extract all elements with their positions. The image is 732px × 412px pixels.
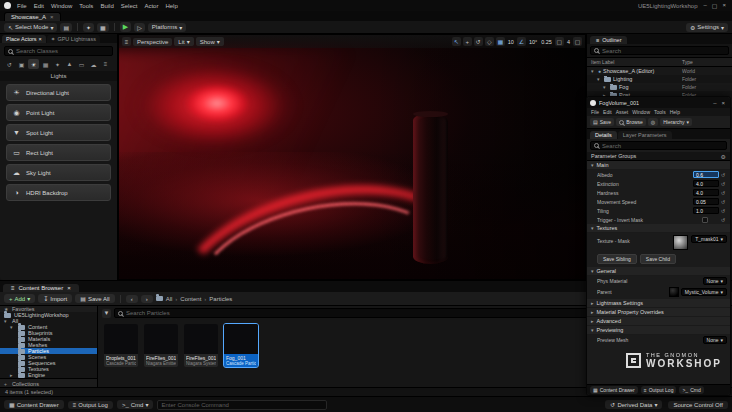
parent-material-thumbnail[interactable]: [669, 287, 679, 297]
output-log-button[interactable]: ≡ Output Log: [68, 401, 113, 409]
reset-to-default-icon[interactable]: ↺: [719, 190, 727, 196]
select-tool-icon[interactable]: ↖: [452, 37, 461, 46]
category-lights-icon[interactable]: ☀: [28, 59, 39, 69]
scale-tool-icon[interactable]: ◇: [485, 37, 494, 46]
chevron-down-icon[interactable]: ▾: [603, 84, 608, 90]
list-item-point-light[interactable]: ◉ Point Light: [6, 104, 111, 121]
cmd-dropdown[interactable]: >_ Cmd: [679, 386, 703, 394]
menu-edit[interactable]: Edit: [603, 109, 612, 115]
section-previewing[interactable]: ▾ Previewing: [587, 326, 730, 335]
select-mode-dropdown[interactable]: ↖ Select Mode ▾: [4, 23, 57, 32]
menu-file[interactable]: File: [591, 109, 599, 115]
maximize-icon[interactable]: ▢: [712, 2, 718, 9]
minimize-icon[interactable]: –: [703, 2, 706, 9]
category-visual-effects-icon[interactable]: ☁: [88, 59, 99, 69]
reset-to-default-icon[interactable]: ↺: [719, 199, 727, 205]
filter-icon[interactable]: ▼: [102, 309, 111, 318]
perspective-dropdown[interactable]: Perspective: [133, 38, 172, 46]
reset-to-default-icon[interactable]: ↺: [719, 217, 727, 223]
output-log-button[interactable]: ≡ Output Log: [641, 386, 677, 394]
browse-button[interactable]: Browse: [616, 118, 646, 126]
category-recent-icon[interactable]: ↺: [4, 59, 15, 69]
menu-window[interactable]: Window: [632, 109, 650, 115]
texture-asset-dropdown[interactable]: T_mask01 ▾: [691, 235, 727, 243]
modes-button[interactable]: ✦: [83, 23, 94, 32]
tab-outliner[interactable]: ≡ Outliner: [590, 36, 627, 44]
minimize-icon[interactable]: –: [713, 100, 716, 106]
content-drawer-button[interactable]: ▦ Content Drawer: [4, 400, 64, 409]
save-button[interactable]: ▤ Save: [590, 118, 614, 126]
breadcrumb-all[interactable]: All: [166, 296, 173, 302]
param-value-input[interactable]: 0.05: [693, 198, 719, 205]
category-basic-icon[interactable]: ▣: [16, 59, 27, 69]
console-command-input[interactable]: [161, 402, 323, 408]
param-value-input[interactable]: 4.0: [693, 189, 719, 196]
breadcrumb-particles[interactable]: Particles: [209, 296, 232, 302]
outliner-search-input[interactable]: [602, 48, 725, 54]
section-main[interactable]: ▾ Main: [587, 161, 730, 170]
back-button[interactable]: ‹: [126, 295, 138, 303]
tab-details[interactable]: Details: [590, 131, 617, 139]
close-icon[interactable]: ×: [67, 285, 71, 291]
close-icon[interactable]: ×: [39, 36, 42, 42]
asset-tile-droplets[interactable]: Droplets_001 Cascade Particle Syste: [104, 324, 138, 367]
platforms-dropdown[interactable]: Platforms ▾: [148, 23, 186, 32]
list-item-hdri-backdrop[interactable]: ◑ HDRI Backdrop: [6, 184, 111, 201]
preview-mesh-dropdown[interactable]: None ▾: [703, 336, 727, 344]
param-checkbox[interactable]: [702, 217, 708, 223]
category-geometry-icon[interactable]: ▲: [64, 59, 75, 69]
chevron-down-icon[interactable]: ▾: [591, 68, 596, 74]
menu-asset[interactable]: Asset: [616, 109, 629, 115]
menu-file[interactable]: File: [17, 3, 27, 9]
rotation-snap-value[interactable]: 10°: [528, 39, 538, 45]
parent-material-dropdown[interactable]: Mystic_Volume ▾: [681, 288, 727, 296]
gear-icon[interactable]: ⚙: [721, 153, 726, 160]
save-child-button[interactable]: Save Child: [640, 254, 676, 264]
maximize-viewport-icon[interactable]: ▢: [573, 37, 582, 46]
close-icon[interactable]: ×: [721, 100, 725, 106]
tab-gpu-lightmass[interactable]: ✦ GPU Lightmass: [47, 35, 100, 43]
category-volumes-icon[interactable]: ▭: [76, 59, 87, 69]
chevron-down-icon[interactable]: ▾: [597, 76, 602, 82]
tab-layer-parameters[interactable]: Layer Parameters: [618, 131, 672, 139]
skip-button[interactable]: ▷: [134, 23, 145, 32]
list-item-directional-light[interactable]: ☀ Directional Light: [6, 84, 111, 101]
reset-to-default-icon[interactable]: ↺: [719, 208, 727, 214]
phys-material-dropdown[interactable]: None ▾: [703, 277, 727, 285]
close-icon[interactable]: ×: [722, 2, 726, 9]
derived-data-dropdown[interactable]: ↺ Derived Data ▾: [605, 400, 662, 409]
import-button[interactable]: ↧ Import: [38, 294, 72, 303]
reset-to-default-icon[interactable]: ↺: [719, 172, 727, 178]
menu-window[interactable]: Window: [51, 3, 72, 9]
menu-actor[interactable]: Actor: [144, 3, 158, 9]
add-button[interactable]: + Add ▾: [4, 294, 35, 303]
floating-window-titlebar[interactable]: FogVolume_001 – ×: [587, 97, 730, 108]
menu-tools[interactable]: Tools: [79, 3, 93, 9]
source-control-button[interactable]: Source Control Off: [668, 401, 728, 409]
asset-tile-fireflies-emit[interactable]: FireFlies_001_Emit Niagara Emitter: [144, 324, 178, 367]
view-mode-dropdown[interactable]: Lit ▾: [174, 37, 193, 46]
section-textures[interactable]: ▾ Textures: [587, 224, 730, 233]
category-all-classes-icon[interactable]: ≡: [100, 59, 111, 69]
forward-button[interactable]: ›: [141, 295, 153, 303]
move-tool-icon[interactable]: +: [463, 37, 472, 46]
grid-snap-icon[interactable]: ▦: [496, 37, 505, 46]
hierarchy-dropdown[interactable]: Hierarchy ▾: [660, 118, 692, 126]
play-button[interactable]: ▶: [120, 22, 131, 32]
details-search-input[interactable]: [602, 143, 723, 149]
save-button[interactable]: ▤: [60, 23, 72, 32]
menu-help[interactable]: Help: [165, 3, 177, 9]
tab-place-actors[interactable]: Place Actors ×: [2, 35, 46, 43]
content-drawer-button[interactable]: ▦ Content Drawer: [590, 386, 638, 394]
list-item-spot-light[interactable]: ▼ Spot Light: [6, 124, 111, 141]
collections-header[interactable]: + Collections: [0, 379, 97, 387]
camera-speed-value[interactable]: 4: [566, 39, 571, 45]
rotation-snap-icon[interactable]: ∠: [517, 37, 526, 46]
blueprints-button[interactable]: ▦: [97, 23, 109, 32]
menu-build[interactable]: Build: [100, 3, 113, 9]
plus-icon[interactable]: +: [4, 381, 9, 387]
level-viewport[interactable]: ≡ Perspective Lit ▾ Show ▾ ↖ + ↺ ◇ ▦ 10: [118, 34, 586, 280]
show-inactive-button[interactable]: ◎: [648, 118, 658, 126]
tab-content-browser[interactable]: ≡ Content Browser ×: [3, 284, 79, 292]
show-dropdown[interactable]: Show ▾: [196, 37, 224, 46]
